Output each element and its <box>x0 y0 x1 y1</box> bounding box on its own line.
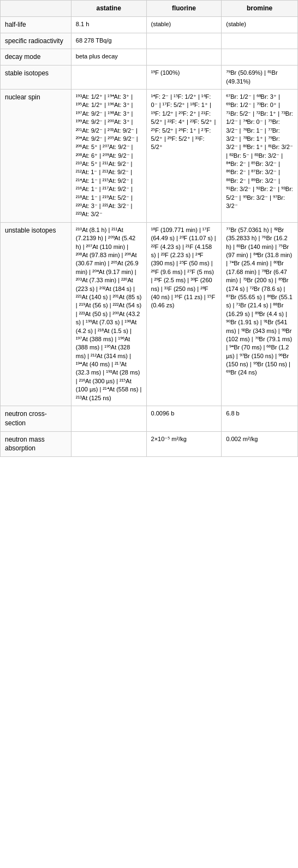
cell-fluorine-5: ¹⁸F (109.771 min) | ¹⁷F (64.49 s) | ²⁰F … <box>146 222 222 406</box>
cell-fluorine-4: ¹⁴F: 2⁻ | ¹⁵F: 1/2⁺ | ¹⁶F: 0⁻ | ¹⁷F: 5/2… <box>146 89 222 222</box>
cell-fluorine-2 <box>146 49 222 66</box>
table-row: neutron mass absorption2×10⁻⁵ m²/kg0.002… <box>1 431 298 457</box>
cell-astatine-1: 68 278 TBq/g <box>71 33 146 49</box>
table-row: half-life8.1 h(stable)(stable) <box>1 16 298 33</box>
cell-bromine-6: 6.8 b <box>222 406 298 432</box>
table-row: decay modebeta plus decay <box>1 49 298 66</box>
cell-bromine-0: (stable) <box>222 16 298 33</box>
cell-astatine-0: 8.1 h <box>71 16 146 33</box>
header-fluorine: fluorine <box>146 1 222 17</box>
element-comparison-table: astatine fluorine bromine half-life8.1 h… <box>0 0 298 457</box>
cell-fluorine-6: 0.0096 b <box>146 406 222 432</box>
cell-bromine-4: ⁶⁷Br: 1/2⁻ | ⁶⁸Br: 3⁺ | ⁶⁹Br: 1/2⁻ | ⁷⁰B… <box>222 89 298 222</box>
cell-astatine-6 <box>71 406 146 432</box>
cell-bromine-2 <box>222 49 298 66</box>
header-property <box>1 1 71 17</box>
table-row: nuclear spin¹⁹³At: 1/2⁺ | ¹⁹⁴At: 3⁺ | ¹⁹… <box>1 89 298 222</box>
property-label: specific radioactivity <box>1 33 71 49</box>
cell-astatine-2: beta plus decay <box>71 49 146 66</box>
cell-fluorine-1 <box>146 33 222 49</box>
cell-astatine-3 <box>71 66 146 90</box>
property-label: unstable isotopes <box>1 222 71 406</box>
cell-fluorine-7: 2×10⁻⁵ m²/kg <box>146 431 222 457</box>
table-row: specific radioactivity68 278 TBq/g <box>1 33 298 49</box>
cell-astatine-7 <box>71 431 146 457</box>
property-label: stable isotopes <box>1 66 71 90</box>
cell-fluorine-3: ¹⁹F (100%) <box>146 66 222 90</box>
cell-bromine-5: ⁷⁷Br (57.0361 h) | ⁸²Br (35.2833 h) | ⁷⁶… <box>222 222 298 406</box>
cell-bromine-3: ⁷⁹Br (50.69%) | ⁸¹Br (49.31%) <box>222 66 298 90</box>
property-label: half-life <box>1 16 71 33</box>
header-astatine: astatine <box>71 1 146 17</box>
property-label: neutron mass absorption <box>1 431 71 457</box>
cell-fluorine-0: (stable) <box>146 16 222 33</box>
table-row: stable isotopes¹⁹F (100%)⁷⁹Br (50.69%) |… <box>1 66 298 90</box>
property-label: neutron cross-section <box>1 406 71 432</box>
cell-astatine-4: ¹⁹³At: 1/2⁺ | ¹⁹⁴At: 3⁺ | ¹⁹⁵At: 1/2⁺ | … <box>71 89 146 222</box>
table-row: neutron cross-section0.0096 b6.8 b <box>1 406 298 432</box>
cell-astatine-5: ²¹⁰At (8.1 h) | ²¹¹At (7.2139 h) | ²⁰⁹At… <box>71 222 146 406</box>
header-bromine: bromine <box>222 1 298 17</box>
table-row: unstable isotopes²¹⁰At (8.1 h) | ²¹¹At (… <box>1 222 298 406</box>
property-label: nuclear spin <box>1 89 71 222</box>
property-label: decay mode <box>1 49 71 66</box>
cell-bromine-1 <box>222 33 298 49</box>
cell-bromine-7: 0.002 m²/kg <box>222 431 298 457</box>
